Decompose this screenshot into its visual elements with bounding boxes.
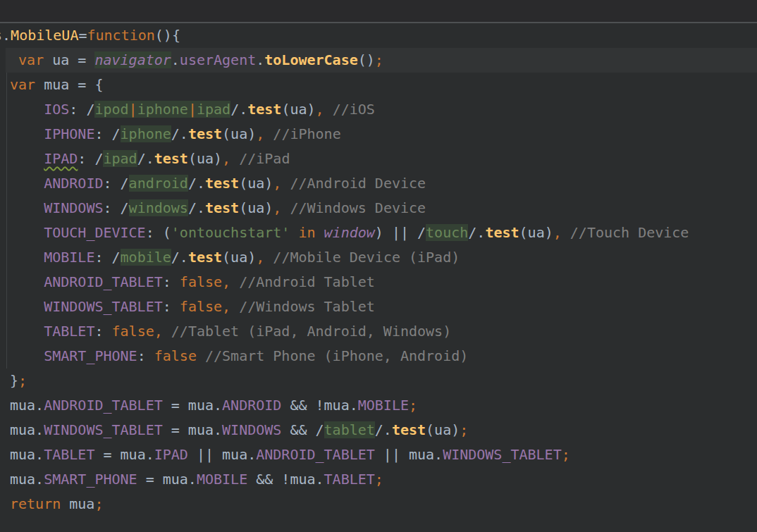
method-call: test	[154, 150, 188, 167]
code-line-11[interactable]: ANDROID_TABLET: false, //Android Tablet	[0, 270, 757, 295]
code-token: /.	[230, 101, 247, 118]
code-token: :	[78, 150, 94, 167]
code-line-10[interactable]: MOBILE: /mobile/.test(ua), //Mobile Devi…	[0, 245, 757, 270]
keyword-false: false	[180, 273, 222, 290]
code-token: mua.	[10, 446, 44, 463]
code-token: /	[112, 249, 121, 266]
code-line-12[interactable]: WINDOWS_TABLET: false, //Windows Tablet	[0, 295, 757, 319]
code-line-4[interactable]: IOS: /ipod|iphone|ipad/.test(ua), //iOS	[0, 97, 757, 122]
code-token: ,	[154, 323, 163, 340]
code-token: (ua)	[519, 224, 553, 241]
regex-fragment: windows	[129, 199, 188, 216]
code-token: ;	[18, 372, 27, 389]
code-token: && !mua.	[247, 471, 324, 488]
code-area[interactable]: s.MobileUA=function(){ var ua = navigato…	[0, 23, 757, 532]
code-token: mua	[61, 495, 94, 512]
code-token	[10, 249, 44, 266]
method-call: test	[188, 249, 222, 266]
property-name: ANDROID_TABLET	[44, 397, 163, 414]
code-line-15[interactable]: };	[0, 369, 757, 393]
code-line-9[interactable]: TOUCH_DEVICE: ('ontouchstart' in window)…	[0, 221, 757, 245]
code-token: :	[103, 175, 120, 192]
code-token: s.	[0, 27, 11, 44]
property-name: ANDROID_TABLET	[44, 273, 163, 290]
code-token: (){	[155, 27, 180, 44]
code-line-7[interactable]: ANDROID: /android/.test(ua), //Android D…	[0, 171, 757, 196]
code-token: :	[94, 323, 111, 340]
code-line-14[interactable]: SMART_PHONE: false //Smart Phone (iPhone…	[0, 344, 757, 369]
code-line-3[interactable]: var mua = {	[0, 73, 757, 97]
code-line-18[interactable]: mua.TABLET = mua.IPAD || mua.ANDROID_TAB…	[0, 443, 757, 467]
keyword-false: false	[180, 298, 222, 315]
code-token: /	[121, 175, 129, 192]
comment: //iPad	[239, 150, 290, 167]
property-name: ANDROID_TABLET	[256, 446, 375, 463]
keyword: var	[18, 51, 44, 68]
code-token	[264, 249, 273, 266]
code-line-21[interactable]	[0, 516, 757, 532]
code-line-17[interactable]: mua.WINDOWS_TABLET = mua.WINDOWS && /tab…	[0, 418, 757, 443]
code-token: ;	[375, 51, 383, 68]
code-token: ,	[553, 224, 562, 241]
keyword: var	[10, 76, 35, 93]
code-token	[10, 101, 44, 118]
comment: //Windows Device	[290, 199, 426, 216]
code-token	[10, 347, 44, 364]
code-line-8[interactable]: WINDOWS: /windows/.test(ua), //Windows D…	[0, 196, 757, 221]
code-token: ,	[222, 298, 230, 315]
code-token: (ua)	[222, 125, 256, 142]
code-token: mua.	[10, 397, 44, 414]
global-identifier: window	[324, 224, 375, 241]
code-line-2[interactable]: var ua = navigator.userAgent.toLowerCase…	[0, 48, 757, 73]
code-token: |	[129, 101, 137, 118]
code-token	[316, 224, 324, 241]
code-token: ,	[316, 101, 324, 118]
keyword-false: false	[112, 323, 154, 340]
code-token: /.	[468, 224, 485, 241]
code-token	[10, 273, 44, 290]
code-token	[10, 150, 44, 167]
code-token: mua = {	[35, 76, 103, 93]
code-line-16[interactable]: mua.ANDROID_TABLET = mua.ANDROID && !mua…	[0, 393, 757, 418]
code-token: ,	[222, 273, 230, 290]
code-token	[10, 323, 44, 340]
code-token: /.	[188, 175, 205, 192]
code-line-20[interactable]: return mua;	[0, 492, 757, 516]
code-token	[281, 199, 290, 216]
code-token: =	[78, 27, 87, 44]
code-token: : (	[146, 224, 171, 241]
code-token: |	[188, 101, 197, 118]
comment: //iOS	[333, 101, 375, 118]
property-name: TABLET	[44, 446, 94, 463]
code-token: /	[316, 421, 324, 438]
code-token: (ua)	[426, 421, 460, 438]
keyword-false: false	[154, 347, 197, 364]
code-token: /.	[137, 150, 154, 167]
code-token	[230, 273, 239, 290]
comment: //Windows Tablet	[239, 298, 375, 315]
method-call: test	[247, 101, 281, 118]
property-name: ANDROID	[44, 175, 103, 192]
code-token: :	[163, 273, 180, 290]
comment: //Mobile Device (iPad)	[273, 249, 460, 266]
code-token: ,	[273, 199, 281, 216]
code-token	[10, 298, 44, 315]
code-line-5[interactable]: IPHONE: /iphone/.test(ua), //iPhone	[0, 122, 757, 147]
code-token	[281, 175, 290, 192]
code-token: /	[86, 101, 94, 118]
property-name: IPAD	[154, 446, 188, 463]
property-name: WINDOWS	[222, 421, 281, 438]
code-line-19[interactable]: mua.SMART_PHONE = mua.MOBILE && !mua.TAB…	[0, 467, 757, 492]
code-token	[10, 175, 44, 192]
code-line-6[interactable]: IPAD: /ipad/.test(ua), //iPad	[0, 147, 757, 171]
code-line-13[interactable]: TABLET: false, //Tablet (iPad, Android, …	[0, 319, 757, 344]
code-token: (ua)	[188, 150, 222, 167]
regex-fragment: iphone	[121, 125, 171, 142]
method-call: test	[205, 199, 239, 216]
code-token	[197, 347, 205, 364]
code-line-1[interactable]: s.MobileUA=function(){	[0, 23, 757, 48]
code-token	[290, 224, 298, 241]
code-token: (ua)	[222, 249, 256, 266]
property-name: WINDOWS_TABLET	[443, 446, 562, 463]
code-token: .	[256, 51, 264, 68]
